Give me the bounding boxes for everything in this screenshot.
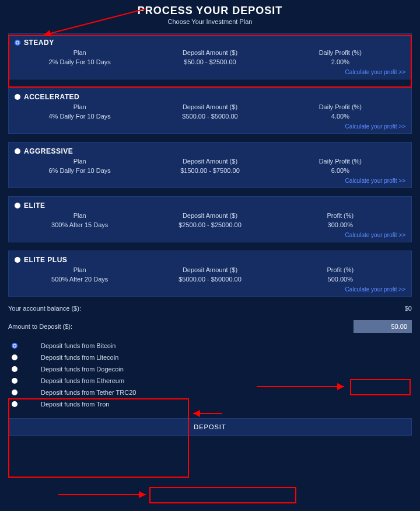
plan-title: ELITE: [24, 201, 46, 210]
plan-col-amount: Deposit Amount ($): [145, 158, 275, 165]
plan-title: AGGRESSIVE: [24, 147, 73, 155]
calculate-link[interactable]: Calculate your profit >>: [15, 122, 405, 131]
payment-option[interactable]: Deposit funds from Ethereum: [8, 375, 412, 387]
payment-option[interactable]: Deposit funds from Bitcoin: [8, 340, 412, 352]
plan-col-profit: Profit (%): [275, 266, 405, 273]
payment-label: Deposit funds from Tether TRC20: [41, 389, 136, 396]
payment-option[interactable]: Deposit funds from Dogecoin: [8, 363, 412, 375]
payment-label: Deposit funds from Ethereum: [41, 377, 124, 384]
plan-col-profit: Daily Profit (%): [275, 158, 405, 165]
plan-title: ELITE PLUS: [24, 256, 67, 264]
plan-val-profit: 4.00%: [275, 113, 405, 120]
payment-label: Deposit funds from Dogecoin: [41, 366, 124, 373]
payment-option[interactable]: Deposit funds from Tron: [8, 398, 412, 410]
annotation-box-deposit-button: [149, 487, 296, 503]
amount-input[interactable]: [354, 320, 412, 333]
plan-val-plan: 6% Daily For 10 Days: [15, 167, 145, 174]
plan-val-profit: 300.00%: [275, 221, 405, 228]
plan-val-amount: $5000.00 - $50000.00: [145, 276, 275, 283]
plan-radio[interactable]: [15, 203, 20, 208]
plan-col-profit: Profit (%): [275, 212, 405, 219]
payment-label: Deposit funds from Tron: [41, 401, 109, 408]
payment-label: Deposit funds from Bitcoin: [41, 342, 116, 349]
plan-col-plan: Plan: [15, 266, 145, 273]
plan-card-elite-plus[interactable]: ELITE PLUS Plan Deposit Amount ($) Profi…: [8, 251, 412, 297]
plan-val-plan: 300% After 15 Days: [15, 221, 145, 228]
plan-val-plan: 500% After 20 Days: [15, 276, 145, 283]
plan-card-elite[interactable]: ELITE Plan Deposit Amount ($) Profit (%)…: [8, 196, 412, 242]
plan-radio[interactable]: [15, 257, 20, 263]
plan-radio[interactable]: [15, 94, 20, 100]
page-subtitle: Choose Your Investment Plan: [8, 18, 412, 25]
amount-label: Amount to Deposit ($):: [8, 323, 72, 330]
plan-col-plan: Plan: [15, 158, 145, 165]
plan-radio[interactable]: [15, 148, 20, 154]
plan-col-amount: Deposit Amount ($): [145, 49, 275, 56]
plan-val-amount: $500.00 - $5000.00: [145, 113, 275, 120]
plan-col-amount: Deposit Amount ($): [145, 212, 275, 219]
calculate-link[interactable]: Calculate your profit >>: [15, 285, 405, 294]
plan-col-plan: Plan: [15, 212, 145, 219]
plan-val-profit: 2.00%: [275, 58, 405, 65]
plan-val-plan: 2% Daily For 10 Days: [15, 58, 145, 65]
plan-card-steady[interactable]: STEADY Plan Deposit Amount ($) Daily Pro…: [8, 33, 412, 79]
payment-radio[interactable]: [12, 343, 18, 349]
balance-value: $0: [405, 305, 412, 312]
balance-label: Your account balance ($):: [8, 305, 81, 312]
plan-col-amount: Deposit Amount ($): [145, 103, 275, 110]
plan-val-plan: 4% Daily For 10 Days: [15, 113, 145, 120]
plan-col-plan: Plan: [15, 49, 145, 56]
payment-radio[interactable]: [12, 366, 18, 372]
payment-option[interactable]: Deposit funds from Tether TRC20: [8, 387, 412, 398]
deposit-button[interactable]: DEPOSIT: [8, 418, 412, 436]
payment-radio[interactable]: [12, 401, 18, 407]
payment-radio[interactable]: [12, 378, 18, 384]
plan-card-accelerated[interactable]: ACCELERATED Plan Deposit Amount ($) Dail…: [8, 88, 412, 134]
plan-val-amount: $1500.00 - $7500.00: [145, 167, 275, 174]
plan-col-profit: Daily Profit (%): [275, 49, 405, 56]
calculate-link[interactable]: Calculate your profit >>: [15, 176, 405, 185]
plan-val-profit: 6.00%: [275, 167, 405, 174]
plan-radio[interactable]: [15, 40, 20, 46]
plan-title: STEADY: [24, 39, 54, 47]
plan-col-plan: Plan: [15, 103, 145, 110]
plan-val-profit: 500.00%: [275, 276, 405, 283]
plan-col-profit: Daily Profit (%): [275, 103, 405, 110]
calculate-link[interactable]: Calculate your profit >>: [15, 231, 405, 239]
payment-radio[interactable]: [12, 354, 18, 360]
plan-col-amount: Deposit Amount ($): [145, 266, 275, 273]
plan-val-amount: $2500.00 - $25000.00: [145, 221, 275, 228]
page-title: PROCESS YOUR DEPOSIT: [8, 5, 412, 17]
annotation-arrow-deposit: [58, 490, 152, 499]
calculate-link[interactable]: Calculate your profit >>: [15, 68, 405, 77]
plan-card-aggressive[interactable]: AGGRESSIVE Plan Deposit Amount ($) Daily…: [8, 142, 412, 188]
plan-title: ACCELERATED: [24, 93, 79, 101]
payment-option[interactable]: Deposit funds from Litecoin: [8, 352, 412, 363]
plan-val-amount: $50.00 - $2500.00: [145, 58, 275, 65]
payment-label: Deposit funds from Litecoin: [41, 354, 118, 361]
payment-radio[interactable]: [12, 390, 18, 395]
